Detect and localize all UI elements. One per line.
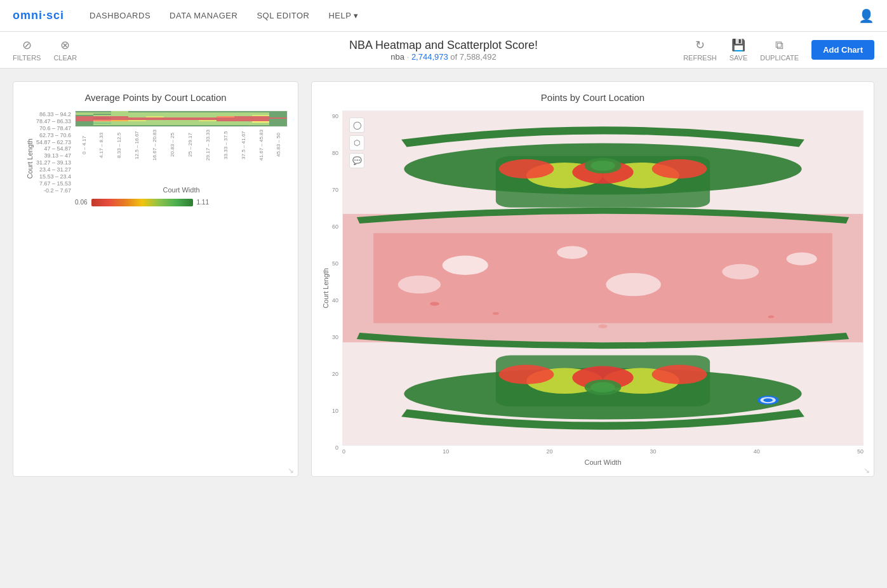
heatmap-y-label-9: 15.53 – 23.4 [39, 174, 71, 180]
refresh-icon: ↻ [695, 38, 705, 52]
nav-help[interactable]: HELP ▾ [328, 11, 358, 20]
refresh-label: REFRESH [683, 54, 717, 62]
save-button[interactable]: 💾 SAVE [730, 38, 748, 62]
heatmap-y-label-10: 7.67 – 15.53 [39, 181, 71, 187]
svg-point-34 [763, 398, 772, 402]
scatter-title: Points by Court Location [322, 92, 864, 103]
scatter-y-label-4: 50 [332, 260, 338, 267]
heatmap-cell-11-9[interactable] [234, 125, 252, 126]
clear-button[interactable]: ⊗ CLEAR [53, 38, 77, 62]
logo-text: omni·sci [13, 9, 64, 22]
heatmap-x-label-6: 25 – 29.17 [187, 130, 193, 161]
legend-gradient-bar [91, 199, 193, 206]
heatmap-x-label-8: 33.33 – 37.5 [223, 130, 229, 161]
heatmap-title: Average Points by Court Location [23, 92, 288, 103]
heatmap-cell-11-11[interactable] [269, 125, 287, 126]
svg-point-14 [557, 246, 587, 258]
heatmap-cell-11-5[interactable] [164, 125, 182, 126]
heatmap-y-label-5: 47 – 54.87 [44, 146, 72, 152]
heatmap-x-label-11: 45.83 – 50 [276, 130, 281, 161]
scatter-visualization [343, 111, 863, 445]
filters-button[interactable]: ⊘ FILTERS [13, 38, 41, 62]
heatmap-y-label-1: 78.47 – 86.33 [36, 119, 71, 124]
svg-point-29 [768, 316, 775, 318]
duplicate-button[interactable]: ⧉ DUPLICATE [760, 39, 799, 62]
heatmap-x-label-7: 29.17 – 33.33 [205, 130, 211, 161]
scatter-y-label-0: 90 [332, 113, 338, 119]
scatter-inner: Court Length 9080706050403020100 ◯ ⬡ 💬 [322, 110, 864, 466]
add-chart-button[interactable]: Add Chart [811, 40, 874, 60]
heatmap-cell-11-3[interactable] [128, 125, 146, 126]
heatmap-cell-11-8[interactable] [217, 125, 234, 126]
heatmap-x-title: Court Width [75, 186, 288, 194]
svg-point-11 [590, 161, 615, 171]
toolbar: ⊘ FILTERS ⊗ CLEAR NBA Heatmap and Scatte… [0, 32, 887, 69]
scatter-y-label-8: 10 [332, 408, 338, 414]
duplicate-icon: ⧉ [775, 39, 784, 52]
scatter-resize-handle[interactable]: ↘ [864, 466, 870, 472]
heatmap-y-title: Court Length [23, 138, 34, 179]
lasso-polygon-tool[interactable]: ⬡ [349, 135, 364, 150]
heatmap-cell-11-1[interactable] [93, 125, 111, 126]
user-menu[interactable]: 👤 [858, 8, 874, 23]
scatter-x-label-5: 50 [857, 448, 864, 455]
clear-label: CLEAR [53, 54, 77, 62]
filter-icon: ⊘ [22, 38, 32, 52]
scatter-y-axis: 9080706050403020100 [332, 110, 342, 466]
scatter-plot-wrapper: ◯ ⬡ 💬 [342, 110, 864, 466]
total-count: 7,588,492 [460, 52, 497, 62]
heatmap-y-label-11: -0.2 – 7.67 [44, 188, 71, 194]
heatmap-x-labels: 0 – 4.174.17 – 8.338.33 – 12.512.5 – 16.… [75, 130, 288, 161]
heatmap-y-label-8: 23.4 – 31.27 [39, 167, 71, 173]
heatmap-y-label-2: 70.6 – 78.47 [39, 126, 71, 131]
scatter-x-label-2: 20 [546, 448, 552, 455]
nav-sql-editor[interactable]: SQL EDITOR [257, 11, 309, 20]
nav-data-manager[interactable]: DATA MANAGER [170, 11, 237, 20]
scatter-y-label-6: 30 [332, 334, 338, 340]
heatmap-x-label-4: 16.67 – 20.83 [152, 130, 157, 161]
separator: · [407, 52, 411, 62]
resize-handle[interactable]: ↘ [288, 466, 294, 472]
duplicate-label: DUPLICATE [760, 54, 799, 62]
heatmap-x-label-10: 41.67 – 45.83 [258, 130, 264, 161]
toolbar-left: ⊘ FILTERS ⊗ CLEAR [13, 38, 77, 62]
heatmap-x-label-5: 20.83 – 25 [170, 130, 175, 161]
heatmap-x-label-3: 12.5 – 16.67 [134, 130, 140, 161]
heatmap-grid [75, 110, 288, 127]
save-icon: 💾 [731, 38, 745, 52]
svg-point-24 [652, 365, 707, 384]
heatmap-y-label-3: 62.73 – 70.6 [39, 133, 71, 138]
refresh-button[interactable]: ↻ REFRESH [683, 38, 717, 62]
heatmap-cell-11-6[interactable] [182, 125, 199, 126]
scatter-x-label-3: 30 [650, 448, 657, 455]
nav-dashboards[interactable]: DASHBOARDS [90, 11, 150, 20]
heatmap-panel: Average Points by Court Location Court L… [13, 81, 298, 477]
heatmap-cell-11-2[interactable] [111, 125, 129, 126]
save-label: SAVE [730, 54, 748, 62]
logo[interactable]: omni·sci [13, 9, 64, 22]
scatter-x-label-1: 10 [443, 448, 449, 455]
svg-point-13 [443, 256, 488, 275]
heatmap-x-label-9: 37.5 – 41.67 [241, 130, 246, 161]
svg-point-17 [398, 276, 441, 293]
main-content: Average Points by Court Location Court L… [0, 69, 887, 490]
heatmap-cell-11-7[interactable] [199, 125, 217, 126]
svg-point-7 [499, 159, 554, 178]
legend-min: 0.06 [75, 199, 87, 206]
heatmap-y-label-7: 31.27 – 39.13 [36, 160, 71, 166]
toolbar-right: ↻ REFRESH 💾 SAVE ⧉ DUPLICATE Add Chart [683, 38, 874, 62]
heatmap-cell-11-0[interactable] [76, 125, 93, 126]
nav-links: DASHBOARDS DATA MANAGER SQL EDITOR HELP … [90, 11, 858, 20]
lasso-freehand-tool[interactable]: 💬 [349, 153, 364, 168]
lasso-circle-tool[interactable]: ◯ [349, 117, 364, 133]
svg-point-28 [430, 302, 439, 305]
scatter-tools: ◯ ⬡ 💬 [349, 117, 364, 168]
heatmap-cell-11-10[interactable] [252, 125, 270, 126]
clear-filter-icon: ⊗ [60, 38, 70, 52]
heatmap-cell-11-4[interactable] [146, 125, 164, 126]
heatmap-legend: 0.06 1.11 [75, 199, 288, 206]
scatter-y-label-1: 80 [332, 150, 338, 156]
scatter-y-label-7: 20 [332, 371, 338, 377]
toolbar-subtitle: nba · 2,744,973 of 7,588,492 [349, 52, 538, 62]
heatmap-y-label-4: 54.87 – 62.73 [36, 140, 71, 145]
